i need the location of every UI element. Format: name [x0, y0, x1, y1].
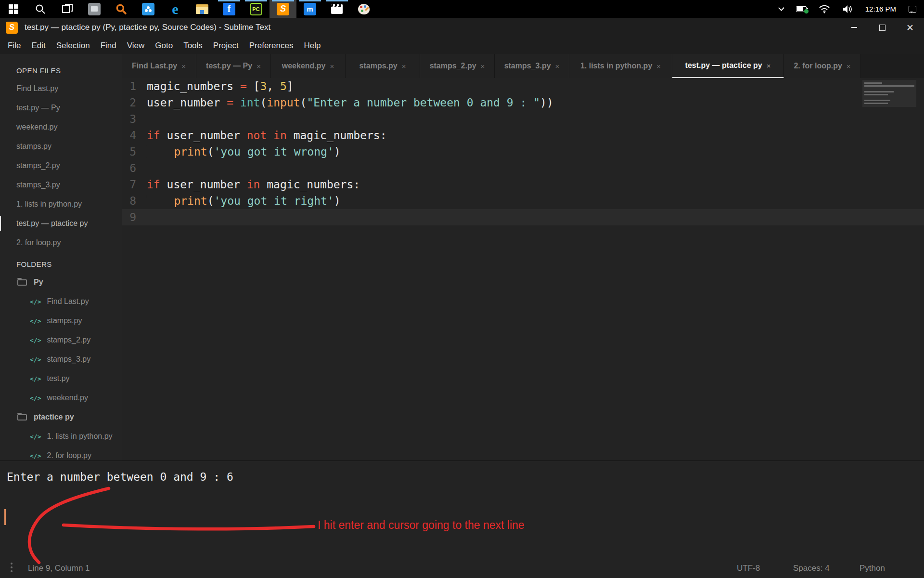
cloud-drive-icon[interactable] [135, 0, 162, 18]
open-file-item[interactable]: weekend.py [0, 118, 122, 137]
cursor-position: Line 9, Column 1 [28, 564, 90, 573]
kebab-menu-icon[interactable] [11, 563, 13, 572]
open-file-item[interactable]: 1. lists in python.py [0, 195, 122, 214]
tab-close-icon[interactable]: × [481, 62, 485, 70]
tab[interactable]: Find Last.py× [122, 54, 196, 78]
tab[interactable]: stamps_2.py× [420, 54, 495, 78]
menu-goto[interactable]: Goto [150, 41, 178, 51]
sublime-text-icon[interactable]: S [270, 0, 296, 18]
orange-search-icon[interactable] [108, 0, 135, 18]
sidebar: OPEN FILES Find Last.pytest.py — Pyweeke… [0, 54, 122, 460]
tab[interactable]: test.py — ptactice py× [672, 54, 784, 78]
tab[interactable]: stamps_3.py× [495, 54, 569, 78]
open-file-item[interactable]: 2. for loop.py [0, 233, 122, 252]
tab-close-icon[interactable]: × [181, 62, 186, 70]
tab-close-icon[interactable]: × [656, 62, 661, 70]
windows-start-icon[interactable] [0, 0, 27, 18]
tree-label: stamps.py [47, 316, 82, 325]
tab-close-icon[interactable]: × [402, 62, 406, 70]
wifi-icon[interactable] [819, 5, 830, 13]
maximize-button[interactable] [868, 18, 896, 37]
tab-label: stamps_3.py [504, 62, 551, 70]
tree-label: test.py [47, 374, 69, 383]
line-number: 3 [122, 111, 147, 127]
tab-label: 1. lists in python.py [580, 62, 652, 70]
movie-clapper-icon[interactable] [323, 0, 350, 18]
close-button[interactable]: ✕ [896, 18, 924, 37]
file-item[interactable]: </>Find Last.py [0, 292, 122, 311]
line-number: 4 [122, 127, 147, 144]
line-number: 9 [122, 209, 147, 225]
console-cursor [4, 509, 6, 525]
tab[interactable]: test.py — Py× [196, 54, 271, 78]
paint-palette-icon[interactable] [350, 0, 377, 18]
menu-find[interactable]: Find [95, 41, 122, 51]
tab-close-icon[interactable]: × [257, 62, 261, 70]
folder-item[interactable]: ptactice py [0, 407, 122, 427]
code-file-icon: </> [30, 375, 41, 382]
file-item[interactable]: </>stamps.py [0, 311, 122, 330]
tab[interactable]: 2. for loop.py× [784, 54, 861, 78]
menu-preferences[interactable]: Preferences [244, 41, 299, 51]
tab-close-icon[interactable]: × [330, 62, 334, 70]
menu-project[interactable]: Project [208, 41, 244, 51]
menu-file[interactable]: File [2, 41, 26, 51]
syntax-mode[interactable]: Python [860, 564, 885, 573]
edge-browser-icon[interactable]: e [162, 0, 189, 18]
tab-label: Find Last.py [132, 62, 177, 70]
line-number: 7 [122, 176, 147, 193]
indent-setting[interactable]: Spaces: 4 [793, 564, 830, 573]
code-file-icon: </> [30, 356, 41, 363]
menu-help[interactable]: Help [298, 41, 326, 51]
minimize-button[interactable] [840, 18, 868, 37]
file-item[interactable]: </>1. lists in python.py [0, 427, 122, 446]
open-file-item[interactable]: stamps.py [0, 137, 122, 156]
search-icon[interactable] [27, 0, 54, 18]
hidden-icons-chevron-icon[interactable] [778, 5, 784, 11]
menu-view[interactable]: View [122, 41, 150, 51]
open-file-item[interactable]: test.py — Py [0, 98, 122, 118]
clock[interactable]: 12:16 PM [865, 5, 896, 13]
folders-header[interactable]: FOLDERS [16, 256, 122, 273]
battery-icon[interactable] [796, 6, 807, 12]
tree-label: 1. lists in python.py [47, 432, 112, 441]
folder-item[interactable]: Py [0, 273, 122, 292]
file-item[interactable]: </>weekend.py [0, 388, 122, 407]
console-panel[interactable]: Enter a number between 0 and 9 : 6 [0, 460, 924, 559]
open-file-item[interactable]: stamps_2.py [0, 156, 122, 175]
menu-tools[interactable]: Tools [178, 41, 208, 51]
menu-edit[interactable]: Edit [26, 41, 51, 51]
open-file-item[interactable]: Find Last.py [0, 79, 122, 98]
file-item[interactable]: </>stamps_2.py [0, 330, 122, 350]
volume-icon[interactable] [842, 5, 853, 13]
maxthon-browser-icon[interactable]: m [296, 0, 323, 18]
file-item[interactable]: </>test.py [0, 369, 122, 388]
tab[interactable]: stamps.py× [346, 54, 420, 78]
code-editor[interactable]: 1magic_numbers = [3, 5]2user_number = in… [122, 78, 924, 460]
open-file-item[interactable]: stamps_3.py [0, 175, 122, 195]
tab[interactable]: weekend.py× [271, 54, 346, 78]
photos-app-icon[interactable] [81, 0, 108, 18]
tab-close-icon[interactable]: × [767, 62, 771, 70]
task-view-icon[interactable] [54, 0, 81, 18]
file-item[interactable]: </>2. for loop.py [0, 446, 122, 460]
minimap[interactable] [862, 80, 916, 107]
file-explorer-icon[interactable] [189, 0, 216, 18]
system-tray: 12:16 PM [779, 0, 924, 18]
facebook-icon[interactable]: f [216, 0, 243, 18]
open-file-item[interactable]: test.py — ptactice py [0, 214, 122, 233]
tab-close-icon[interactable]: × [555, 62, 560, 70]
code-line: 4if user_number not in magic_numbers: [122, 127, 924, 144]
pycharm-icon[interactable]: PC [243, 0, 270, 18]
open-files-header[interactable]: OPEN FILES [16, 63, 122, 79]
folder-icon [17, 279, 27, 286]
code-file-icon: </> [30, 452, 41, 460]
menu-selection[interactable]: Selection [51, 41, 95, 51]
tab-label: stamps_2.py [430, 62, 476, 70]
tab-close-icon[interactable]: × [847, 62, 851, 70]
tab-bar: Find Last.py×test.py — Py×weekend.py×sta… [122, 54, 924, 78]
file-item[interactable]: </>stamps_3.py [0, 350, 122, 369]
tab[interactable]: 1. lists in python.py× [569, 54, 672, 78]
menu-bar: FileEditSelectionFindViewGotoToolsProjec… [0, 37, 924, 54]
action-center-icon[interactable] [909, 6, 916, 13]
